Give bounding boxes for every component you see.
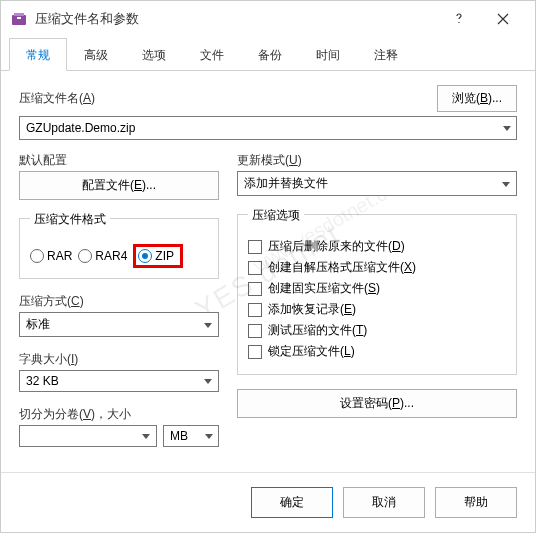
tab-comment[interactable]: 注释 [357,38,415,71]
option-test[interactable]: 测试压缩的文件(T) [248,322,506,339]
method-label: 压缩方式(C) [19,293,219,310]
update-mode-select[interactable]: 添加并替换文件 [237,171,517,196]
close-button[interactable] [481,4,525,34]
dict-label: 字典大小(I) [19,351,219,368]
volume-size-input[interactable] [19,425,157,447]
config-files-button[interactable]: 配置文件(E)... [19,171,219,200]
browse-button[interactable]: 浏览(B)... [437,85,517,112]
option-delete-after[interactable]: 压缩后删除原来的文件(D) [248,238,506,255]
tab-bar: 常规 高级 选项 文件 备份 时间 注释 [1,37,535,71]
option-recovery[interactable]: 添加恢复记录(E) [248,301,506,318]
tab-time[interactable]: 时间 [299,38,357,71]
option-sfx[interactable]: 创建自解压格式压缩文件(X) [248,259,506,276]
svg-rect-0 [12,15,26,25]
option-solid[interactable]: 创建固实压缩文件(S) [248,280,506,297]
svg-rect-1 [14,13,24,16]
update-mode-label: 更新模式(U) [237,152,517,169]
tab-options[interactable]: 选项 [125,38,183,71]
default-config-label: 默认配置 [19,152,219,169]
volume-unit-select[interactable]: MB [163,425,219,447]
format-rar4[interactable]: RAR4 [78,249,127,263]
cancel-button[interactable]: 取消 [343,487,425,518]
set-password-button[interactable]: 设置密码(P)... [237,389,517,418]
option-lock[interactable]: 锁定压缩文件(L) [248,343,506,360]
volume-label: 切分为分卷(V)，大小 [19,406,219,423]
dict-select[interactable]: 32 KB [19,370,219,392]
tab-advanced[interactable]: 高级 [67,38,125,71]
help-button[interactable] [437,4,481,34]
app-icon [11,11,27,27]
format-zip[interactable]: ZIP [133,244,183,268]
tab-general[interactable]: 常规 [9,38,67,71]
options-label: 压缩选项 [248,207,304,224]
tab-backup[interactable]: 备份 [241,38,299,71]
format-rar[interactable]: RAR [30,249,72,263]
method-select[interactable]: 标准 [19,312,219,337]
svg-rect-2 [17,17,21,19]
archive-name-input[interactable] [19,116,517,140]
tab-files[interactable]: 文件 [183,38,241,71]
ok-button[interactable]: 确定 [251,487,333,518]
window-title: 压缩文件名和参数 [35,10,437,28]
archive-name-label: 压缩文件名(A) [19,90,95,107]
help-button-footer[interactable]: 帮助 [435,487,517,518]
format-label: 压缩文件格式 [30,211,110,228]
